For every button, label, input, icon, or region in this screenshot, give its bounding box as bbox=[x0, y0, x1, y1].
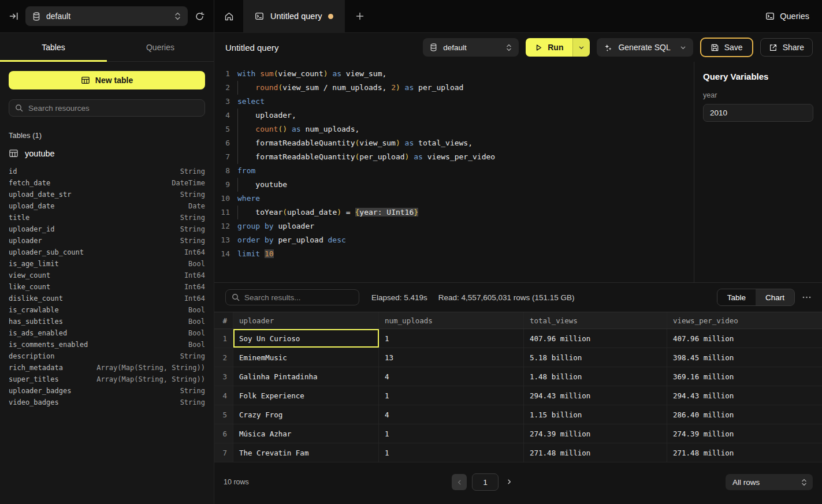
table-cell[interactable]: 271.48 million bbox=[524, 443, 667, 462]
sidebar-tab-tables[interactable]: Tables bbox=[0, 33, 107, 61]
save-button[interactable]: Save bbox=[700, 38, 753, 57]
new-tab-icon[interactable] bbox=[345, 0, 375, 32]
table-cell[interactable]: Soy Un Curioso bbox=[233, 329, 379, 348]
table-cell[interactable]: 4 bbox=[379, 405, 524, 424]
next-page-button[interactable] bbox=[504, 475, 515, 490]
column-type: Array(Map(String, String)) bbox=[96, 374, 205, 385]
queries-button-label: Queries bbox=[780, 12, 809, 21]
tab-untitled-query[interactable]: Untitled query bbox=[243, 0, 345, 32]
table-cell[interactable]: 271.48 million bbox=[667, 443, 822, 462]
column-def-row: is_crawlableBool bbox=[9, 304, 205, 316]
table-row: 3Galinha Pintadinha41.48 billion369.16 m… bbox=[214, 367, 822, 386]
previous-page-button[interactable] bbox=[452, 474, 467, 490]
chevron-down-icon[interactable] bbox=[680, 44, 686, 51]
column-type: Bool bbox=[188, 316, 205, 327]
column-name: title bbox=[9, 212, 29, 223]
column-header-views_per_video[interactable]: views_per_video bbox=[667, 312, 822, 328]
table-cell[interactable]: 407.96 million bbox=[524, 329, 667, 348]
table-cell[interactable]: EminemMusic bbox=[233, 348, 379, 367]
line-number: 9 bbox=[214, 178, 230, 192]
column-header-uploader[interactable]: uploader bbox=[233, 312, 379, 328]
generate-sql-button[interactable]: Generate SQL bbox=[597, 38, 693, 57]
table-cell[interactable]: Folk Experience bbox=[233, 386, 379, 405]
code-line: 1with sum(view_count) as view_sum, bbox=[214, 67, 694, 81]
column-def-row: like_countInt64 bbox=[9, 281, 205, 293]
collapse-sidebar-icon[interactable] bbox=[9, 12, 18, 21]
column-type: Bool bbox=[188, 327, 205, 339]
refresh-icon[interactable] bbox=[195, 12, 204, 21]
column-type: Bool bbox=[188, 339, 205, 350]
variable-input-year[interactable] bbox=[703, 104, 813, 122]
code-line: 10where bbox=[214, 192, 694, 206]
query-title: Untitled query bbox=[225, 43, 416, 53]
table-cell[interactable]: 1.48 billion bbox=[524, 367, 667, 386]
sidebar-tab-queries[interactable]: Queries bbox=[107, 33, 214, 61]
table-row: 2EminemMusic135.18 billion398.45 million bbox=[214, 348, 822, 367]
table-cell[interactable]: The Crevatin Fam bbox=[233, 443, 379, 462]
table-cell[interactable]: 5.18 billion bbox=[524, 348, 667, 367]
table-cell[interactable]: Música Azhar bbox=[233, 424, 379, 443]
current-page[interactable]: 1 bbox=[472, 473, 499, 491]
column-header-num_uploads[interactable]: num_uploads bbox=[379, 312, 524, 328]
table-cell[interactable]: 1 bbox=[379, 424, 524, 443]
table-cell[interactable]: Crazy Frog bbox=[233, 405, 379, 424]
column-header-total_views[interactable]: total_views bbox=[524, 312, 667, 328]
table-item-youtube[interactable]: youtube bbox=[9, 148, 205, 158]
page-size-selector[interactable]: All rows bbox=[726, 474, 813, 490]
column-type: Array(Map(String, String)) bbox=[96, 362, 205, 374]
table-cell[interactable]: 1 bbox=[379, 386, 524, 405]
column-def-row: is_age_limitBool bbox=[9, 258, 205, 270]
queries-button[interactable]: Queries bbox=[765, 12, 809, 21]
table-cell[interactable]: 4 bbox=[379, 367, 524, 386]
table-cell[interactable]: 407.96 million bbox=[667, 329, 822, 348]
table-cell[interactable]: 274.39 million bbox=[524, 424, 667, 443]
table-cell[interactable]: Galinha Pintadinha bbox=[233, 367, 379, 386]
results-search-input[interactable] bbox=[244, 293, 353, 302]
new-table-button[interactable]: New table bbox=[9, 71, 205, 89]
table-cell[interactable]: 294.43 million bbox=[524, 386, 667, 405]
run-button[interactable]: Run bbox=[526, 38, 572, 57]
run-button-group: Run bbox=[526, 38, 590, 57]
column-def-row: idString bbox=[9, 166, 205, 177]
resource-search-input[interactable] bbox=[28, 104, 199, 113]
table-row: 1Soy Un Curioso1407.96 million407.96 mil… bbox=[214, 329, 822, 348]
tab-bar: Untitled query bbox=[214, 0, 765, 32]
code-line: 9 youtube bbox=[214, 178, 694, 192]
table-cell[interactable]: 369.16 million bbox=[667, 367, 822, 386]
run-options-button[interactable] bbox=[572, 38, 590, 57]
line-content: uploader, bbox=[237, 109, 296, 122]
table-cell[interactable]: 1 bbox=[379, 443, 524, 462]
line-content: with sum(view_count) as view_sum, bbox=[237, 67, 386, 81]
line-number: 8 bbox=[214, 164, 230, 178]
table-cell[interactable]: 274.39 million bbox=[667, 424, 822, 443]
results-footer: 10 rows 1 All rows bbox=[214, 462, 822, 504]
view-toggle-chart[interactable]: Chart bbox=[756, 289, 794, 305]
new-table-label: New table bbox=[95, 76, 133, 85]
view-toggle-table[interactable]: Table bbox=[717, 289, 756, 305]
table-cell[interactable]: 286.40 million bbox=[667, 405, 822, 424]
column-header-index[interactable]: # bbox=[214, 312, 233, 328]
row-index-cell: 5 bbox=[214, 405, 233, 424]
sql-editor[interactable]: 1with sum(view_count) as view_sum,2 roun… bbox=[214, 62, 694, 282]
table-cell[interactable]: 1 bbox=[379, 329, 524, 348]
line-content: formatReadableQuantity(view_sum) as tota… bbox=[237, 136, 473, 150]
query-database-selector[interactable]: default bbox=[423, 38, 519, 57]
more-options-icon[interactable] bbox=[800, 296, 813, 298]
database-selector[interactable]: default bbox=[25, 6, 188, 26]
share-button[interactable]: Share bbox=[760, 38, 813, 57]
variable-label-year: year bbox=[703, 91, 813, 99]
chevron-updown-icon bbox=[801, 479, 807, 486]
table-cell[interactable]: 294.43 million bbox=[667, 386, 822, 405]
column-name: super_titles bbox=[9, 374, 59, 385]
column-type: String bbox=[180, 397, 205, 408]
results-search bbox=[225, 289, 359, 305]
line-content: limit 10 bbox=[237, 247, 274, 261]
code-line: 3select bbox=[214, 95, 694, 109]
table-cell[interactable]: 1.15 billion bbox=[524, 405, 667, 424]
home-icon[interactable] bbox=[214, 0, 243, 32]
table-cell[interactable]: 398.45 million bbox=[667, 348, 822, 367]
row-index-cell: 6 bbox=[214, 424, 233, 443]
table-cell[interactable]: 13 bbox=[379, 348, 524, 367]
code-line: 11 toYear(upload_date) = {year: UInt16} bbox=[214, 206, 694, 219]
column-type: String bbox=[180, 212, 205, 223]
